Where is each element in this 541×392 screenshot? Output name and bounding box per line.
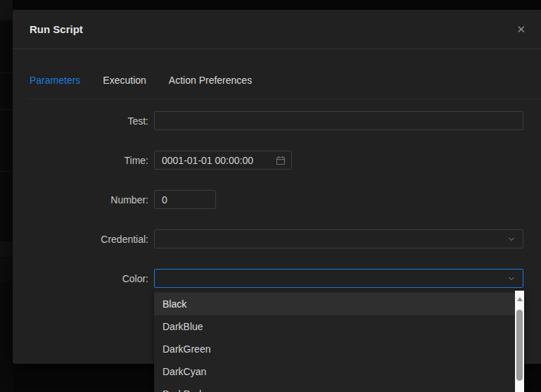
time-input[interactable]: [162, 155, 267, 166]
background-panel: [0, 0, 13, 20]
test-input[interactable]: [154, 111, 523, 130]
dropdown-option-darkblue[interactable]: DarkBlue: [154, 315, 515, 338]
background-divider: [0, 171, 13, 172]
tab-divider: [30, 99, 541, 99]
dropdown-option-darkred[interactable]: DarkRed: [154, 383, 515, 392]
form-row-color: Color:: [13, 269, 523, 288]
scrollbar-thumb[interactable]: [516, 310, 523, 381]
form-row-credential: Credential:: [13, 229, 523, 248]
form-row-test: Test:: [13, 111, 523, 130]
number-input[interactable]: [154, 190, 216, 209]
background-divider: [0, 109, 13, 110]
time-picker[interactable]: [154, 151, 292, 170]
dropdown-option-darkcyan[interactable]: DarkCyan: [154, 360, 515, 383]
calendar-icon: [276, 156, 286, 165]
background-panel: [0, 0, 13, 392]
credential-label: Credential:: [13, 234, 154, 245]
credential-select[interactable]: [154, 229, 523, 248]
background-panel: [0, 241, 13, 257]
color-label: Color:: [13, 273, 154, 284]
form-row-time: Time:: [13, 151, 523, 170]
scrollbar-up-arrow-icon[interactable]: [517, 297, 523, 301]
dropdown-scrollbar[interactable]: [515, 291, 524, 392]
dropdown-option-black[interactable]: Black: [154, 293, 515, 315]
background-panel: [0, 258, 13, 282]
screen: Run Script ✕ Parameters Execution Action…: [0, 0, 541, 392]
chevron-down-icon: [507, 235, 516, 244]
chevron-down-icon: [507, 274, 516, 283]
tab-bar: Parameters Execution Action Preferences: [30, 75, 252, 86]
close-icon[interactable]: ✕: [516, 24, 526, 34]
dropdown-option-darkgreen[interactable]: DarkGreen: [154, 338, 515, 360]
number-label: Number:: [13, 194, 154, 206]
color-dropdown-menu: Black DarkBlue DarkGreen DarkCyan DarkRe…: [154, 291, 524, 392]
tab-execution[interactable]: Execution: [103, 75, 146, 86]
background-divider: [0, 72, 13, 73]
dialog-header: Run Script ✕: [13, 10, 541, 49]
form-row-number: Number:: [13, 190, 523, 209]
time-label: Time:: [13, 155, 154, 166]
dialog-title: Run Script: [30, 23, 83, 35]
tab-parameters[interactable]: Parameters: [30, 75, 80, 86]
test-label: Test:: [13, 115, 154, 127]
tab-action-preferences[interactable]: Action Preferences: [169, 75, 252, 86]
color-select[interactable]: [154, 269, 523, 288]
